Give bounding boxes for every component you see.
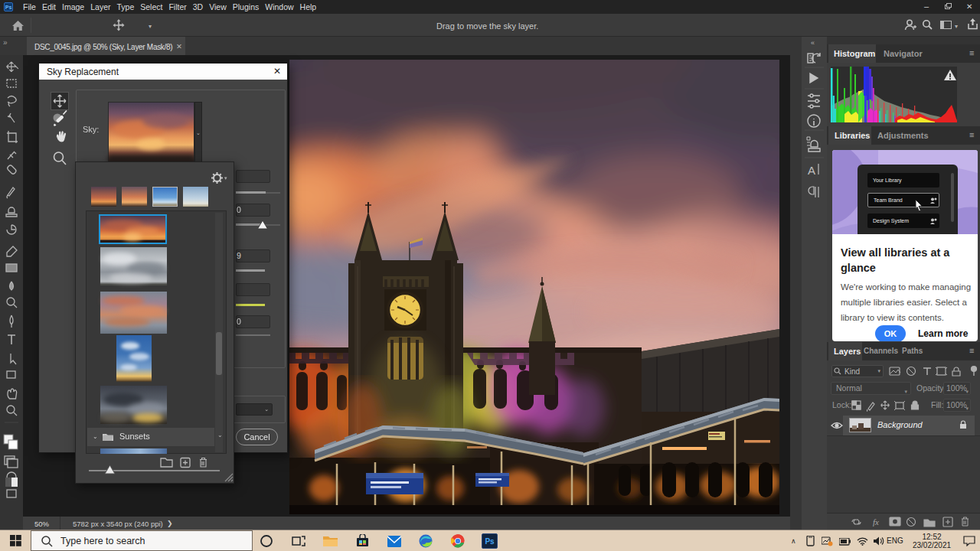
svg-text:A: A — [808, 164, 815, 177]
svg-text:«: « — [811, 39, 815, 47]
svg-text:fx: fx — [873, 517, 879, 527]
